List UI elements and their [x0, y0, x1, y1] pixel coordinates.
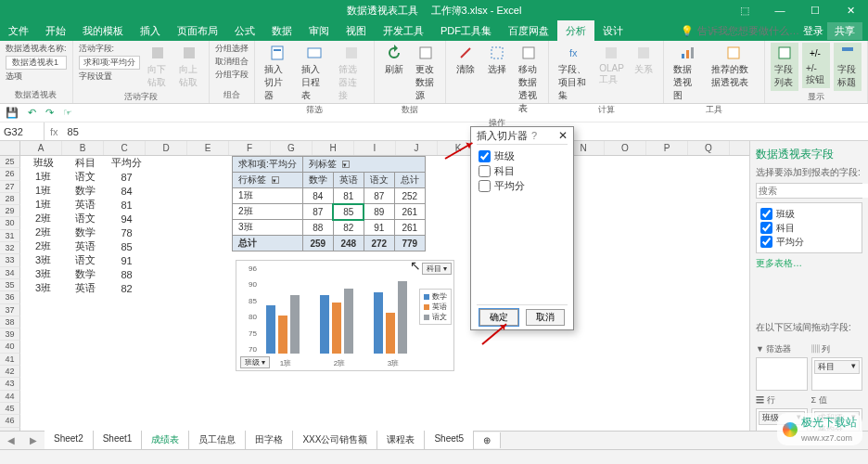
tab-开始[interactable]: 开始	[37, 20, 74, 41]
filters-area[interactable]	[756, 357, 808, 391]
tab-插入[interactable]: 插入	[132, 20, 169, 41]
row-header[interactable]: 25	[0, 156, 20, 168]
tab-开发工具[interactable]: 开发工具	[375, 20, 432, 41]
row-header[interactable]: 41	[0, 354, 20, 366]
name-box[interactable]: G32	[0, 122, 45, 140]
sheet-tab[interactable]: 田字格	[246, 431, 293, 451]
pt-options[interactable]: 选项	[6, 71, 67, 83]
fieldheaders-button[interactable]: 字段标题	[834, 43, 862, 91]
slicer-field-option[interactable]: 班级	[479, 148, 566, 163]
ribbon-display-options-icon[interactable]: ⬚	[727, 0, 762, 20]
row-header[interactable]: 36	[0, 291, 20, 303]
col-header[interactable]: O	[605, 141, 646, 155]
sheet-tab[interactable]: Sheet2	[45, 431, 94, 451]
pivotchart-button[interactable]: 数据透视图	[670, 43, 704, 104]
sheet-tab[interactable]: 课程表	[377, 431, 425, 451]
select-button[interactable]: 选择	[483, 43, 511, 78]
fieldlist-button[interactable]: 字段列表	[771, 43, 798, 91]
touch-icon[interactable]: ☞	[63, 107, 72, 119]
tab-PDF工具集[interactable]: PDF工具集	[432, 20, 500, 41]
active-field-value[interactable]: 求和项:平均分	[79, 56, 141, 70]
insert-timeline-button[interactable]: 插入日程表	[298, 43, 331, 104]
col-header[interactable]: J	[396, 141, 438, 155]
tab-视图[interactable]: 视图	[338, 20, 375, 41]
group-field[interactable]: 分组字段	[215, 69, 249, 81]
tab-设计[interactable]: 设计	[594, 20, 632, 41]
dialog-help-icon[interactable]: ?	[531, 130, 537, 141]
row-header[interactable]: 29	[0, 205, 20, 217]
share-button[interactable]: 共享	[827, 22, 862, 40]
refresh-button[interactable]: 刷新	[380, 43, 408, 78]
row-header[interactable]: 33	[0, 254, 20, 266]
col-header[interactable]: I	[354, 141, 396, 155]
col-header[interactable]: D	[146, 141, 187, 155]
col-header[interactable]: F	[229, 141, 271, 155]
field-settings[interactable]: 字段设置	[79, 71, 141, 83]
col-header[interactable]: B	[62, 141, 104, 155]
worksheet[interactable]: ABCDEFGHIJKLMNOPQ 2526272829303132333435…	[0, 141, 749, 464]
pt-name-value[interactable]: 数据透视表1	[6, 56, 67, 70]
row-header[interactable]: 46	[0, 415, 20, 427]
col-header[interactable]: C	[104, 141, 146, 155]
row-header[interactable]: 43	[0, 378, 20, 390]
undo-icon[interactable]: ↶	[28, 107, 36, 119]
sheet-tab[interactable]: Sheet5	[425, 431, 474, 451]
pane-field[interactable]: 班级	[760, 207, 858, 221]
insert-slicer-dialog[interactable]: 插入切片器 ? ✕ 班级 科目 平均分 确定 取消	[470, 126, 574, 330]
fields-items-button[interactable]: fx字段、项目和集	[555, 43, 593, 104]
row-header[interactable]: 26	[0, 168, 20, 180]
recommended-pt-button[interactable]: 推荐的数据透视表	[708, 43, 759, 91]
close-icon[interactable]: ✕	[833, 0, 868, 20]
field-list[interactable]: 班级 科目 平均分	[756, 202, 862, 253]
tab-数据[interactable]: 数据	[263, 20, 300, 41]
row-header[interactable]: 31	[0, 230, 20, 242]
tab-公式[interactable]: 公式	[226, 20, 263, 41]
col-header[interactable]: A	[20, 141, 62, 155]
chart-legend[interactable]: 数学英语语文	[419, 289, 452, 325]
group-selection[interactable]: 分组选择	[215, 43, 249, 55]
clear-button[interactable]: 清除	[452, 43, 479, 78]
pivot-table[interactable]: 求和项:平均分列标签 ▾行标签 ▾数学英语语文总计1班8481872522班87…	[232, 156, 426, 251]
minimize-icon[interactable]: ―	[762, 0, 798, 20]
row-header[interactable]: 28	[0, 193, 20, 205]
ungroup[interactable]: 取消组合	[215, 56, 249, 68]
row-header[interactable]: 44	[0, 391, 20, 403]
dialog-close-icon[interactable]: ✕	[558, 129, 568, 142]
row-header[interactable]: 45	[0, 403, 20, 415]
tab-百度网盘[interactable]: 百度网盘	[500, 20, 557, 41]
move-pt-button[interactable]: 移动数据透视表	[515, 43, 542, 117]
row-header[interactable]: 38	[0, 316, 20, 329]
pane-field[interactable]: 科目	[760, 221, 858, 235]
row-header[interactable]: 37	[0, 304, 20, 316]
field-search[interactable]: 🔍	[756, 183, 862, 199]
slicer-field-option[interactable]: 科目	[479, 163, 566, 178]
row-header[interactable]: 35	[0, 279, 20, 291]
row-header[interactable]: 30	[0, 217, 20, 229]
dialog-cancel-button[interactable]: 取消	[526, 309, 565, 326]
pivot-chart[interactable]: 969085807570 1班2班3班 数学英语语文 班级 ▾ 科目 ▾	[236, 260, 454, 371]
row-header[interactable]: 32	[0, 242, 20, 254]
fx-icon[interactable]: fx	[45, 126, 64, 137]
login-link[interactable]: 登录	[803, 24, 823, 38]
sheet-nav-next-icon[interactable]: ▶	[22, 435, 45, 445]
sheet-tab[interactable]: XXX公司销售额	[293, 431, 377, 451]
row-header[interactable]: 40	[0, 341, 20, 353]
row-header[interactable]: 34	[0, 267, 20, 279]
tab-文件[interactable]: 文件	[0, 20, 37, 41]
slicer-field-option[interactable]: 平均分	[479, 178, 566, 193]
sheet-tab[interactable]: Sheet1	[94, 431, 143, 451]
maximize-icon[interactable]: ☐	[798, 0, 833, 20]
tab-审阅[interactable]: 审阅	[300, 20, 338, 41]
field-search-input[interactable]	[757, 184, 868, 198]
row-header[interactable]: 27	[0, 181, 20, 193]
col-header[interactable]: P	[646, 141, 688, 155]
dialog-ok-button[interactable]: 确定	[479, 309, 518, 326]
sheet-tabs[interactable]: ◀ ▶ Sheet2Sheet1成绩表员工信息田字格XXX公司销售额课程表She…	[0, 431, 868, 449]
new-sheet-button[interactable]: ⊕	[474, 432, 501, 448]
insert-slicer-button[interactable]: 插入切片器	[261, 43, 294, 104]
redo-icon[interactable]: ↷	[45, 107, 54, 119]
columns-area[interactable]: 科目▾	[811, 357, 863, 391]
tell-me-input[interactable]	[697, 25, 799, 36]
formula-value[interactable]: 85	[64, 126, 83, 137]
more-tables-link[interactable]: 更多表格…	[756, 257, 862, 270]
